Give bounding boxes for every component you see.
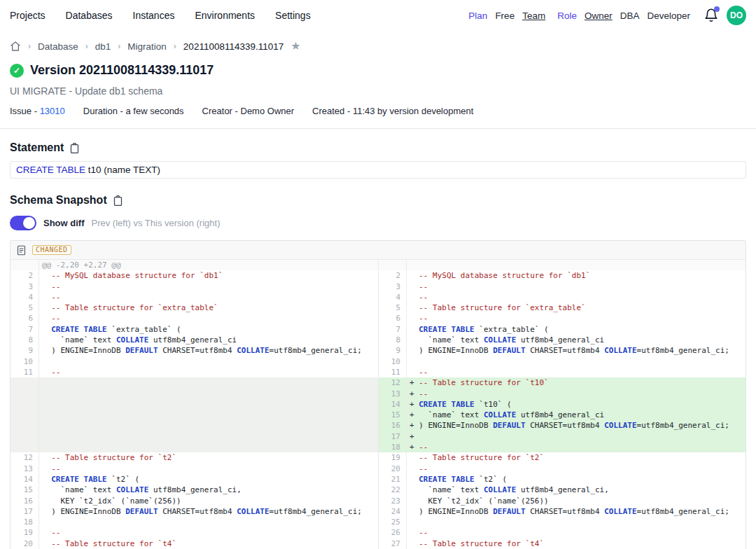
breadcrumb-migration[interactable]: Migration — [127, 41, 167, 52]
code-line-left: -- Table structure for `t2` — [39, 452, 378, 463]
nav-item-instances[interactable]: Instances — [133, 10, 175, 21]
line-number-right: 16 — [378, 420, 407, 431]
notification-bell-icon[interactable] — [704, 8, 719, 23]
code-line-right: KEY `t2_idx` (`name`(256)) — [407, 496, 746, 506]
chevron-icon: › — [28, 41, 31, 51]
breadcrumb: › Database › db1 › Migration › 202110081… — [0, 39, 756, 54]
diff-row: 1010 — [10, 356, 746, 367]
diff-row: @@ -2,20 +2,27 @@ — [10, 260, 746, 270]
code-line-right: + -- — [407, 389, 746, 399]
code-line-left: -- MySQL database structure for `db1` — [39, 270, 378, 281]
plan-team[interactable]: Team — [522, 11, 545, 21]
line-number-left — [10, 420, 39, 431]
code-line-right: -- Table structure for `t4` — [407, 538, 746, 549]
role-label: Role — [557, 11, 577, 21]
code-line-left: @@ -2,20 +2,27 @@ — [39, 260, 378, 270]
issue-link[interactable]: 13010 — [40, 106, 65, 116]
nav-item-environments[interactable]: Environments — [195, 10, 255, 21]
line-number-left — [10, 410, 39, 420]
diff-row: 13 --20 -- — [10, 464, 746, 474]
code-line-left — [39, 517, 378, 527]
nav-item-settings[interactable]: Settings — [275, 10, 311, 21]
line-number-right — [378, 260, 407, 270]
role-developer[interactable]: Developer — [647, 11, 690, 21]
show-diff-label: Show diff — [43, 218, 85, 228]
diff-body[interactable]: @@ -2,20 +2,27 @@2 -- MySQL database str… — [10, 260, 746, 549]
statement-heading: Statement — [0, 141, 756, 154]
code-line-left: ) ENGINE=InnoDB DEFAULT CHARSET=utf8mb4 … — [39, 506, 378, 517]
schema-diff-panel: CHANGED @@ -2,20 +2,27 @@2 -- MySQL data… — [10, 240, 746, 549]
line-number-left: 5 — [10, 303, 39, 313]
code-line-left — [39, 356, 378, 367]
chevron-icon: › — [85, 41, 88, 51]
copy-snapshot-icon[interactable] — [113, 195, 123, 207]
code-line-right: -- — [407, 292, 746, 303]
success-check-icon: ✓ — [10, 64, 24, 78]
line-number-left: 10 — [10, 356, 39, 367]
code-line-right: -- — [407, 464, 746, 474]
show-diff-toggle[interactable] — [10, 216, 36, 230]
snapshot-label: Schema Snapshot — [10, 194, 107, 207]
code-line-left: CREATE TABLE `t2` ( — [39, 474, 378, 485]
code-line-left: -- — [39, 313, 378, 324]
line-number-left: 12 — [10, 452, 39, 463]
role-dba[interactable]: DBA — [620, 11, 640, 21]
diff-row: 12+ -- Table structure for `t10` — [10, 377, 746, 388]
favorite-star-icon[interactable]: ★ — [290, 41, 300, 52]
code-line-right — [407, 517, 746, 527]
diff-row: 16+ ) ENGINE=InnoDB DEFAULT CHARSET=utf8… — [10, 420, 746, 431]
line-number-right: 5 — [378, 303, 407, 313]
code-line-right: -- Table structure for `t2` — [407, 452, 746, 463]
toggle-knob — [23, 217, 35, 229]
line-number-left: 7 — [10, 324, 39, 335]
meta-created: Created - 11:43 by version development — [312, 106, 473, 116]
role-owner[interactable]: Owner — [584, 11, 612, 21]
code-line-right: -- Table structure for `extra_table` — [407, 303, 746, 313]
diff-row: 8 `name` text COLLATE utf8mb4_general_ci… — [10, 335, 746, 345]
line-number-right: 15 — [378, 410, 407, 420]
nav-item-projects[interactable]: Projects — [10, 10, 46, 21]
line-number-right: 27 — [378, 538, 407, 549]
main-nav: Projects Databases Instances Environment… — [10, 10, 311, 21]
diff-row: 15+ `name` text COLLATE utf8mb4_general_… — [10, 410, 746, 420]
line-number-left: 20 — [10, 538, 39, 549]
line-number-right: 8 — [378, 335, 407, 345]
diff-row: 17 ) ENGINE=InnoDB DEFAULT CHARSET=utf8m… — [10, 506, 746, 517]
diff-row: 4 --4 -- — [10, 292, 746, 303]
code-line-right: CREATE TABLE `t2` ( — [407, 474, 746, 485]
code-line-right: -- MySQL database structure for `db1` — [407, 270, 746, 281]
meta-issue: Issue - 13010 — [10, 106, 65, 116]
line-number-right: 17 — [378, 431, 407, 442]
line-number-left: 17 — [10, 506, 39, 517]
diff-row: 1825 — [10, 517, 746, 527]
avatar[interactable]: DO — [727, 6, 746, 25]
code-line-left — [39, 399, 378, 410]
sql-rest: t10 (name TEXT) — [85, 165, 160, 175]
line-number-right: 14 — [378, 399, 407, 410]
file-icon — [17, 245, 26, 256]
nav-item-databases[interactable]: Databases — [66, 10, 113, 21]
code-line-left: CREATE TABLE `extra_table` ( — [39, 324, 378, 335]
line-number-left — [10, 399, 39, 410]
line-number-left — [10, 260, 39, 270]
line-number-right: 3 — [378, 282, 407, 292]
line-number-left: 16 — [10, 496, 39, 506]
diff-row: 18+ -- — [10, 442, 746, 452]
diff-toggle-row: Show diff Prev (left) vs This version (r… — [0, 215, 756, 230]
code-line-right — [407, 260, 746, 270]
code-line-left: -- — [39, 527, 378, 538]
line-number-right: 11 — [378, 367, 407, 377]
diff-panel-header: CHANGED — [10, 241, 746, 260]
plan-free[interactable]: Free — [495, 11, 514, 21]
diff-row: 3 --3 -- — [10, 282, 746, 292]
line-number-left: 4 — [10, 292, 39, 303]
sql-keyword: CREATE TABLE — [16, 165, 85, 175]
home-icon[interactable] — [10, 41, 21, 52]
line-number-right: 7 — [378, 324, 407, 335]
breadcrumb-database[interactable]: Database — [38, 41, 78, 52]
line-number-left: 14 — [10, 474, 39, 485]
code-line-right: + -- — [407, 442, 746, 452]
copy-statement-icon[interactable] — [69, 142, 80, 154]
breadcrumb-db1[interactable]: db1 — [95, 41, 111, 52]
line-number-right: 25 — [378, 517, 407, 527]
